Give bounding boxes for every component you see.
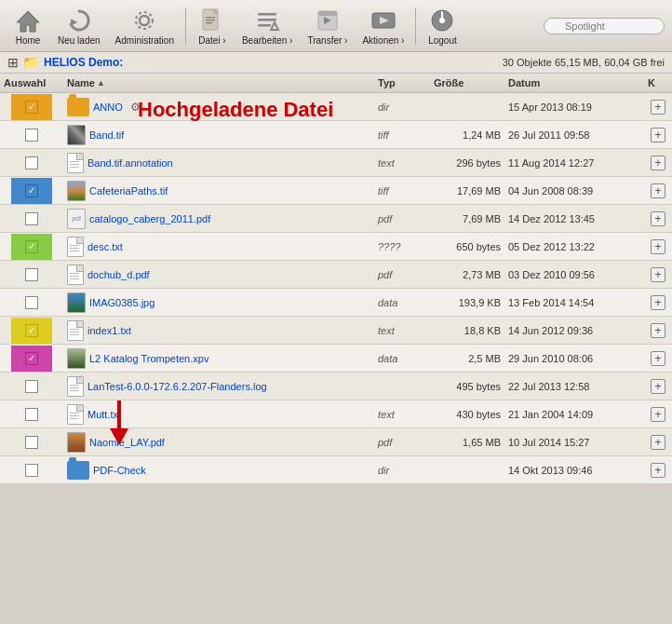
cell-name-2: Band.tif [63, 123, 374, 147]
column-headers: Auswahl Name ▲ Typ Größe Datum K [0, 74, 672, 93]
transfer-button[interactable]: Transfer › [302, 4, 353, 47]
svg-rect-11 [258, 24, 271, 27]
checkbox-2[interactable] [25, 129, 38, 142]
checkbox-10[interactable] [25, 352, 38, 365]
checkbox-14[interactable] [25, 464, 38, 477]
cell-size-5: 7,69 MB [430, 213, 504, 224]
breadcrumb-text[interactable]: HELIOS Demo: [44, 56, 123, 69]
cell-type-13: pdf [374, 437, 430, 448]
plus-icon-8[interactable]: + [651, 295, 665, 310]
file-link-2[interactable]: Band.tif [89, 129, 124, 141]
cell-add-2[interactable]: + [644, 128, 672, 142]
cell-select-8 [0, 289, 63, 316]
file-link-8[interactable]: IMAG0385.jpg [89, 297, 155, 308]
cell-add-3[interactable]: + [644, 156, 672, 170]
checkbox-8[interactable] [25, 296, 38, 309]
plus-icon-1[interactable]: + [651, 100, 665, 115]
table-row: index1.txt text 18,8 KB 14 Jun 2012 09:3… [0, 317, 672, 345]
cell-select-13 [0, 428, 63, 455]
file-link-14[interactable]: PDF-Check [93, 465, 146, 476]
checkbox-6[interactable] [25, 240, 38, 253]
plus-icon-6[interactable]: + [651, 239, 665, 254]
col-header-name[interactable]: Name ▲ [63, 77, 374, 88]
cell-size-13: 1,65 MB [430, 437, 504, 448]
thumbnail-catalogo: pdf [67, 209, 86, 229]
checkbox-12[interactable] [25, 408, 38, 421]
cell-add-13[interactable]: + [644, 435, 672, 450]
swatch-orange-1 [11, 94, 52, 120]
checkbox-1[interactable] [25, 101, 38, 114]
cell-add-1[interactable]: + [644, 100, 672, 115]
file-link-7[interactable]: dochub_d.pdf [87, 269, 150, 280]
gear-icon-1[interactable]: ⚙ [130, 101, 141, 114]
annotation-overlay: Hochgeladene Datei [138, 98, 333, 122]
cell-add-9[interactable]: + [644, 323, 672, 338]
spotlight-input[interactable] [544, 18, 665, 34]
svg-rect-9 [258, 13, 276, 16]
cell-add-10[interactable]: + [644, 351, 672, 366]
file-link-12[interactable]: Mutt.txt [87, 409, 121, 420]
checkbox-5[interactable] [25, 212, 38, 225]
cell-select-6 [0, 233, 63, 260]
col-header-date[interactable]: Datum [504, 77, 644, 88]
cell-name-13: Naomie_LAY.pdf [63, 430, 374, 454]
checkbox-7[interactable] [25, 268, 38, 281]
cell-name-10: L2 Katalog Trompeten.xpv [63, 346, 374, 371]
file-icon [197, 6, 227, 35]
plus-icon-12[interactable]: + [651, 407, 665, 422]
plus-icon-11[interactable]: + [651, 379, 665, 394]
file-link-5[interactable]: catalogo_caberg_2011.pdf [89, 213, 210, 224]
logout-button[interactable]: Logout [422, 4, 463, 47]
cell-size-6: 650 bytes [430, 241, 504, 252]
checkbox-3[interactable] [25, 156, 38, 170]
svg-rect-6 [206, 17, 215, 19]
file-link-13[interactable]: Naomie_LAY.pdf [89, 437, 165, 448]
checkbox-11[interactable] [25, 380, 38, 393]
file-link-11[interactable]: LanTest-6.0.0-172.6.2.207-Flanders.log [87, 381, 267, 392]
plus-icon-4[interactable]: + [651, 183, 665, 198]
admin-button[interactable]: Administration [110, 4, 180, 47]
checkbox-9[interactable] [25, 324, 38, 337]
col-header-size[interactable]: Größe [430, 77, 504, 88]
cell-add-5[interactable]: + [644, 211, 672, 226]
table-row: dochub_d.pdf pdf 2,73 MB 03 Dez 2010 09:… [0, 261, 672, 289]
thumbnail-naomie [67, 432, 86, 453]
cell-add-7[interactable]: + [644, 267, 672, 282]
plus-icon-10[interactable]: + [651, 351, 665, 366]
cell-add-11[interactable]: + [644, 379, 672, 394]
file-link-3[interactable]: Band.tif.annotation [87, 157, 173, 169]
col-header-type[interactable]: Typ [374, 77, 430, 88]
table-row: Band.tif tiff 1,24 MB 26 Jul 2011 09:58 … [0, 121, 672, 149]
table-row: pdf catalogo_caberg_2011.pdf pdf 7,69 MB… [0, 205, 672, 233]
plus-icon-7[interactable]: + [651, 267, 665, 282]
plus-icon-13[interactable]: + [651, 435, 665, 450]
thumbnail-imag [67, 292, 86, 313]
plus-icon-14[interactable]: + [651, 463, 665, 478]
file-link-6[interactable]: desc.txt [87, 241, 123, 252]
file-button[interactable]: Datei › [192, 4, 233, 47]
swatch-blue-4 [11, 178, 52, 204]
cell-date-10: 29 Jun 2010 08:06 [504, 353, 644, 364]
cell-add-8[interactable]: + [644, 295, 672, 310]
cell-size-4: 17,69 MB [430, 185, 504, 197]
file-link-9[interactable]: index1.txt [87, 325, 131, 336]
cell-add-6[interactable]: + [644, 239, 672, 254]
cell-size-12: 430 bytes [430, 409, 504, 420]
cell-add-12[interactable]: + [644, 407, 672, 422]
plus-icon-3[interactable]: + [651, 156, 665, 170]
actions-button[interactable]: Aktionen › [356, 4, 410, 47]
home-button[interactable]: Home [7, 4, 48, 47]
edit-button[interactable]: Bearbeiten › [236, 4, 298, 47]
file-link-10[interactable]: L2 Katalog Trompeten.xpv [89, 353, 208, 364]
cell-add-14[interactable]: + [644, 463, 672, 478]
checkbox-13[interactable] [25, 436, 38, 449]
cell-add-4[interactable]: + [644, 183, 672, 198]
checkbox-4[interactable] [25, 184, 38, 197]
reload-button[interactable]: Neu laden [52, 4, 106, 47]
file-link-1[interactable]: ANNO [93, 102, 123, 113]
plus-icon-9[interactable]: + [651, 323, 665, 338]
plus-icon-5[interactable]: + [651, 211, 665, 226]
file-link-4[interactable]: CafeteriaPaths.tif [89, 185, 168, 197]
plus-icon-2[interactable]: + [651, 128, 665, 142]
cell-select-14 [0, 456, 63, 483]
